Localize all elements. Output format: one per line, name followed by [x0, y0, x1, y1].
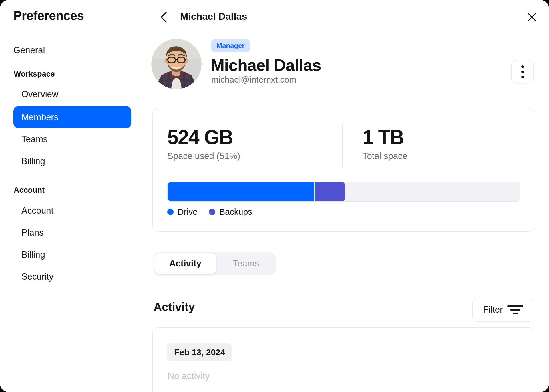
storage-legend: Drive Backups	[167, 207, 252, 217]
sidebar-section-workspace: Workspace	[14, 70, 55, 79]
detail-tabs: Activity Teams	[154, 252, 276, 275]
sidebar-section-account: Account	[14, 186, 45, 195]
tab-teams[interactable]: Teams	[216, 252, 276, 275]
space-used-value: 524 GB	[167, 126, 233, 149]
profile-name: Michael Dallas	[211, 55, 321, 75]
activity-heading: Activity	[154, 301, 195, 313]
close-icon	[526, 12, 537, 23]
sidebar-item-plans[interactable]: Plans	[21, 228, 44, 238]
total-space-value: 1 TB	[363, 126, 404, 149]
preferences-window: Preferences General Workspace Overview M…	[0, 0, 549, 392]
activity-date-badge: Feb 13, 2024	[167, 343, 232, 361]
drive-legend-label: Drive	[178, 207, 198, 217]
space-used-caption: Space used (51%)	[167, 151, 240, 161]
total-space-caption: Total space	[363, 151, 407, 161]
member-options-button[interactable]	[511, 60, 534, 83]
bar-backups-segment	[315, 182, 345, 201]
chevron-left-icon	[160, 11, 167, 23]
storage-usage-bar	[167, 182, 520, 202]
backups-legend-label: Backups	[219, 207, 252, 217]
avatar-portrait	[151, 39, 202, 89]
drive-legend-dot	[167, 209, 174, 215]
sidebar-item-billing-account[interactable]: Billing	[21, 250, 45, 260]
stats-divider	[342, 124, 343, 168]
sidebar-item-billing-workspace[interactable]: Billing	[21, 156, 45, 166]
screen: Preferences General Workspace Overview M…	[0, 0, 549, 392]
tab-activity[interactable]: Activity	[154, 253, 216, 274]
activity-card: Feb 13, 2024 No activity	[152, 327, 534, 392]
sidebar-item-security[interactable]: Security	[21, 272, 53, 282]
filter-button[interactable]: Filter	[472, 298, 534, 322]
sidebar-item-members-label: Members	[21, 112, 58, 122]
kebab-menu-icon	[521, 65, 524, 78]
activity-empty-text: No activity	[168, 371, 210, 381]
back-button[interactable]	[157, 11, 170, 23]
filter-button-label: Filter	[483, 305, 503, 315]
profile-email: michael@internxt.com	[211, 75, 296, 85]
bar-drive-segment	[168, 182, 314, 201]
role-badge: Manager	[211, 39, 250, 52]
sidebar-item-overview[interactable]: Overview	[21, 89, 58, 100]
filter-lines-icon	[507, 305, 523, 314]
sidebar: Preferences General Workspace Overview M…	[0, 0, 137, 392]
page-title: Michael Dallas	[180, 11, 247, 22]
sidebar-item-account[interactable]: Account	[21, 206, 53, 216]
close-button[interactable]	[525, 10, 539, 24]
sidebar-item-members[interactable]: Members	[13, 106, 131, 128]
sidebar-item-teams[interactable]: Teams	[21, 134, 47, 144]
sidebar-item-general[interactable]: General	[13, 45, 45, 55]
backups-legend-dot	[209, 209, 215, 215]
sidebar-title: Preferences	[13, 9, 84, 23]
avatar	[151, 39, 202, 89]
